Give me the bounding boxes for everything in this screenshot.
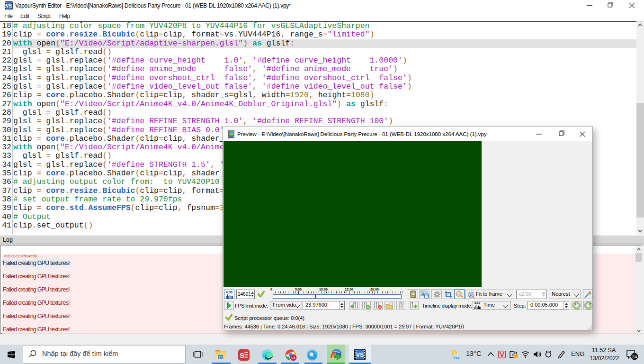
svg-text:S: S xyxy=(240,351,244,359)
svg-text:VS: VS xyxy=(6,3,12,9)
svg-text:Lê: Lê xyxy=(291,355,295,360)
svg-text:VS: VS xyxy=(356,352,364,358)
svg-text:24: 24 xyxy=(632,354,637,359)
